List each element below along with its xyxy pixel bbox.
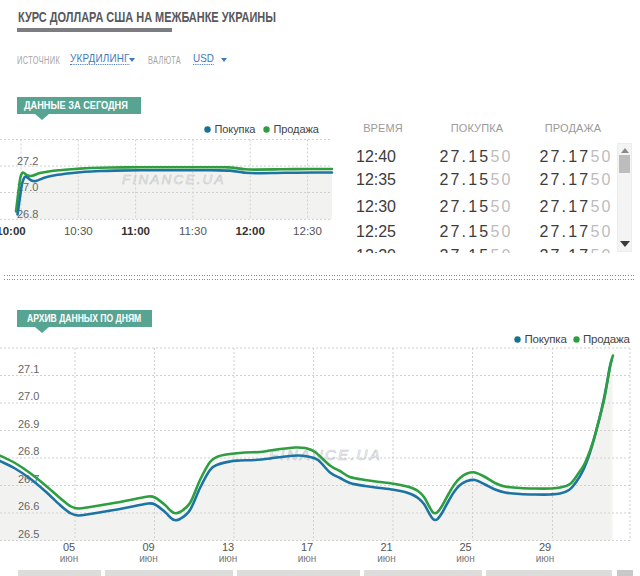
svg-text:июн: июн (377, 553, 396, 564)
svg-text:12:30: 12:30 (293, 225, 322, 237)
svg-text:05: 05 (63, 541, 75, 553)
svg-text:26.5: 26.5 (18, 528, 39, 540)
svg-text:11:00: 11:00 (121, 225, 150, 237)
svg-text:июн: июн (456, 553, 475, 564)
svg-text:июн: июн (60, 553, 79, 564)
svg-text:27.2: 27.2 (17, 155, 38, 167)
svg-text:июн: июн (139, 553, 158, 564)
svg-text:июн: июн (219, 553, 238, 564)
svg-text:27.0: 27.0 (18, 390, 39, 402)
svg-text:25: 25 (459, 541, 471, 553)
svg-text:26.8: 26.8 (17, 208, 38, 220)
svg-text:21: 21 (380, 541, 392, 553)
svg-text:11:30: 11:30 (179, 225, 207, 237)
svg-text:FINANCE.UA: FINANCE.UA (122, 172, 226, 187)
svg-text:27.1: 27.1 (18, 363, 39, 375)
svg-text:10:00: 10:00 (0, 225, 26, 237)
svg-text:Покупка: Покупка (215, 125, 257, 135)
svg-text:09: 09 (142, 541, 154, 553)
svg-text:10:30: 10:30 (64, 225, 93, 237)
svg-text:Продажа: Продажа (274, 125, 320, 135)
svg-text:17: 17 (301, 541, 313, 553)
svg-text:12:00: 12:00 (235, 225, 264, 237)
svg-text:13: 13 (222, 541, 234, 553)
svg-text:июн: июн (298, 553, 317, 564)
svg-text:26.9: 26.9 (18, 418, 39, 430)
svg-text:июн: июн (536, 553, 555, 564)
svg-text:Продажа: Продажа (583, 333, 630, 345)
svg-text:Покупка: Покупка (525, 333, 568, 345)
svg-text:29: 29 (539, 541, 551, 553)
svg-text:26.6: 26.6 (18, 500, 39, 512)
svg-text:26.8: 26.8 (18, 445, 39, 457)
